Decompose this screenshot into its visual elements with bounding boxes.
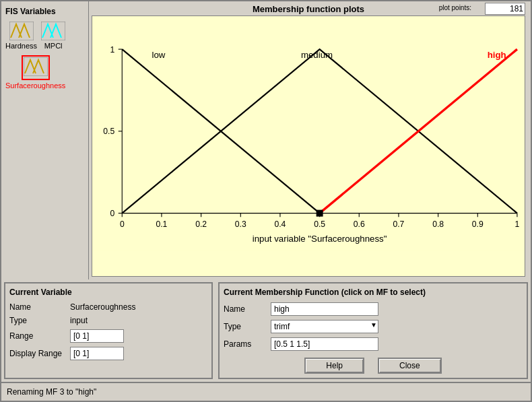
mf-type-select[interactable]: trimf trapmf gbellmf gaussmf gauss2mf pi… [271, 320, 378, 333]
fis-var-mpcl[interactable]: MPCl [41, 22, 65, 50]
status-bar: Renaming MF 3 to "high" [1, 382, 531, 401]
svg-text:0.7: 0.7 [393, 220, 404, 229]
button-row: Help Close [224, 358, 523, 374]
svg-text:0.5: 0.5 [314, 220, 325, 229]
plot-header: Membership function plots plot points: [92, 4, 525, 14]
svg-text:high: high [488, 50, 506, 60]
surfaceroughness-icon-wrap [22, 55, 50, 80]
help-button[interactable]: Help [304, 358, 364, 374]
svg-text:0.3: 0.3 [235, 220, 246, 229]
hardness-label: Hardness [5, 42, 37, 50]
current-mf-panel: Current Membership Function (click on MF… [218, 282, 528, 379]
surfaceroughness-icon [24, 57, 48, 76]
svg-text:0.6: 0.6 [354, 220, 365, 229]
mf-type-select-wrap: trimf trapmf gbellmf gaussmf gauss2mf pi… [271, 320, 378, 333]
svg-text:1: 1 [515, 220, 520, 229]
fis-variables: Hardness MPCl [5, 22, 84, 50]
display-range-input[interactable] [70, 347, 124, 360]
mf-name-label: Name [224, 304, 271, 314]
plot-title: Membership function plots [253, 4, 364, 14]
current-variable-panel: Current Variable Name Surfaceroughness T… [4, 282, 213, 379]
plot-points-input[interactable] [485, 3, 525, 15]
svg-text:0.1: 0.1 [156, 220, 167, 229]
mf-name-row: Name [224, 302, 523, 316]
svg-text:low: low [152, 50, 166, 60]
bottom-panels: Current Variable Name Surfaceroughness T… [1, 279, 531, 382]
status-message: Renaming MF 3 to "high" [7, 387, 96, 397]
mf-params-row: Params [224, 337, 523, 351]
svg-text:0.4: 0.4 [274, 220, 286, 229]
range-label: Range [9, 331, 70, 341]
svg-rect-41 [317, 210, 323, 216]
display-range-label: Display Range [9, 349, 70, 358]
hardness-icon [9, 22, 34, 40]
fis-title: FIS Variables [5, 7, 84, 16]
svg-text:1: 1 [110, 45, 114, 55]
display-range-row: Display Range [9, 347, 207, 360]
mf-name-input[interactable] [271, 302, 378, 316]
svg-text:0.5: 0.5 [103, 127, 114, 136]
svg-text:input variable "Surfaceroughne: input variable "Surfaceroughness" [253, 234, 387, 244]
mf-type-row: Type trimf trapmf gbellmf gaussmf gauss2… [224, 320, 523, 333]
fis-panel: FIS Variables Hardness [1, 1, 89, 279]
name-row: Name Surfaceroughness [9, 302, 207, 312]
chart-svg: 0 0.5 1 0 0.1 0.2 [92, 16, 525, 276]
svg-text:0.8: 0.8 [432, 220, 444, 229]
type-value: input [70, 316, 88, 325]
name-value: Surfaceroughness [70, 302, 135, 312]
main-window: FIS Variables Hardness [0, 0, 532, 402]
plot-panel: Membership function plots plot points: [89, 1, 531, 279]
top-section: FIS Variables Hardness [1, 1, 531, 279]
name-label: Name [9, 302, 70, 312]
type-label: Type [9, 316, 70, 325]
range-input[interactable] [70, 329, 124, 343]
range-row: Range [9, 329, 207, 343]
svg-text:0: 0 [110, 209, 114, 218]
type-row: Type input [9, 316, 207, 325]
close-button[interactable]: Close [378, 358, 442, 374]
plot-points-label: plot points: [439, 4, 471, 11]
mpcl-icon [41, 22, 65, 40]
current-mf-title: Current Membership Function (click on MF… [224, 288, 523, 297]
mpcl-label: MPCl [44, 42, 63, 50]
svg-text:0: 0 [120, 220, 125, 229]
fis-var-hardness[interactable]: Hardness [5, 22, 37, 50]
surfaceroughness-label: Surfaceroughness [5, 81, 65, 90]
svg-text:0.9: 0.9 [472, 220, 484, 229]
mf-type-label: Type [224, 322, 271, 331]
mf-params-input[interactable] [271, 337, 378, 351]
fis-var-surfaceroughness[interactable]: Surfaceroughness [5, 55, 65, 90]
current-variable-title: Current Variable [9, 288, 207, 297]
chart-area[interactable]: 0 0.5 1 0 0.1 0.2 [92, 15, 525, 277]
mf-params-label: Params [224, 339, 271, 349]
svg-text:0.2: 0.2 [195, 220, 207, 229]
